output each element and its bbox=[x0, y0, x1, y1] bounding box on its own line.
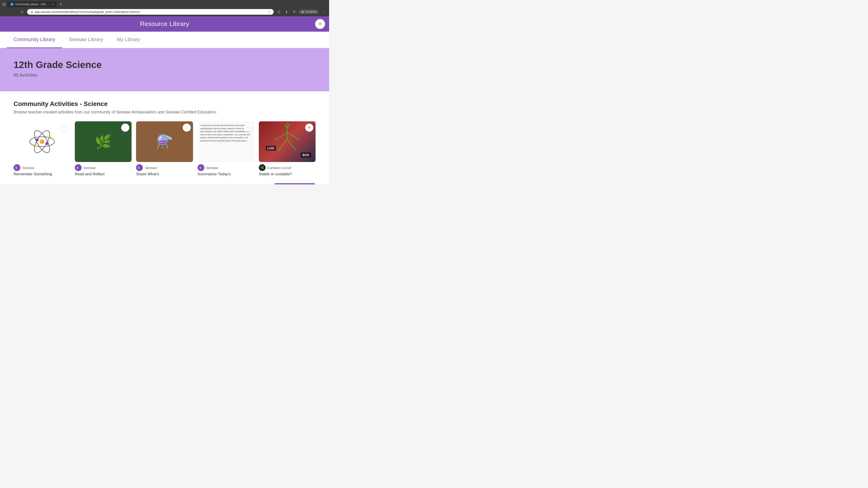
card-author-3: S Seesaw bbox=[197, 164, 254, 171]
view-collection-button[interactable]: View Collection bbox=[274, 183, 315, 184]
library-tabs: Community Library Seesaw Library My Libr… bbox=[0, 32, 329, 48]
lock-icon: 🔒 bbox=[30, 10, 33, 13]
main-content: Community Activities - Science Browse te… bbox=[0, 91, 329, 184]
card-share-whats[interactable]: ⚗️ ♡ S Seesaw Share What's bbox=[136, 121, 193, 176]
tab-my-library[interactable]: My Library bbox=[110, 32, 147, 48]
section-title: Community Activities - Science bbox=[13, 100, 315, 107]
candace-avatar-icon: 🌿 bbox=[260, 166, 264, 169]
close-button[interactable]: × bbox=[315, 19, 325, 29]
resource-library-title: Resource Library bbox=[4, 20, 325, 28]
seesaw-logo-3: S bbox=[199, 165, 203, 170]
author-name-4: Candace Lorcel bbox=[268, 166, 291, 170]
extensions-button[interactable]: ⊡ bbox=[276, 8, 282, 15]
author-name-3: Seesaw bbox=[206, 166, 218, 170]
tab-bar: ▾ S Community Library - 12th Grad... × + bbox=[0, 0, 329, 7]
like-button-0[interactable]: ♡ bbox=[60, 124, 68, 132]
incognito-badge: 🕵 Incognito bbox=[299, 9, 319, 14]
nav-bar: ← → ↻ 🔒 app.seesaw.me/#/activities/libra… bbox=[0, 7, 329, 16]
author-name-1: Seesaw bbox=[84, 166, 95, 170]
beaker-emoji: ⚗️ bbox=[156, 134, 173, 150]
browser-chrome: ▾ S Community Library - 12th Grad... × +… bbox=[0, 0, 329, 16]
log-label: LOG bbox=[266, 146, 276, 151]
card-summarize-todays[interactable]: In classroom and how diet determines thi… bbox=[197, 121, 254, 176]
seesaw-avatar-3: S bbox=[197, 164, 204, 171]
like-button-3[interactable]: ♡ bbox=[244, 124, 252, 132]
card-thumbnail-person: LOG BOS ♥ bbox=[259, 121, 315, 162]
svg-text:S: S bbox=[138, 166, 140, 169]
svg-line-14 bbox=[287, 139, 296, 151]
seesaw-logo-1: S bbox=[76, 165, 81, 170]
tab-favicon: S bbox=[10, 3, 13, 6]
section-description: Browse teacher-created activities from o… bbox=[13, 110, 315, 115]
seesaw-avatar-0: S bbox=[13, 164, 20, 171]
new-tab-button[interactable]: + bbox=[58, 2, 64, 7]
card-thumbnail-text: In classroom and how diet determines thi… bbox=[197, 121, 254, 162]
page-wrapper: Resource Library × Community Library See… bbox=[0, 16, 329, 184]
author-name-0: Seesaw bbox=[22, 166, 34, 170]
card-author-4: 🌿 Candace Lorcel bbox=[259, 164, 315, 171]
forward-button[interactable]: → bbox=[11, 8, 17, 15]
svg-point-6 bbox=[49, 136, 51, 139]
card-author-0: S Seesaw bbox=[13, 164, 70, 171]
svg-point-4 bbox=[35, 138, 39, 141]
bookmark-icon[interactable]: ☆ bbox=[268, 10, 271, 13]
card-thumbnail-atom: ♡ bbox=[13, 121, 70, 162]
bottom-row: Added to Topics View Collection bbox=[13, 183, 315, 184]
card-remember-something[interactable]: ♡ S Seesaw Remember Something bbox=[13, 121, 70, 176]
seesaw-logo-2: S bbox=[137, 165, 142, 170]
incognito-label: Incognito bbox=[305, 10, 316, 13]
plant-emoji: 🌿 bbox=[95, 134, 112, 150]
tab-title: Community Library - 12th Grad... bbox=[16, 3, 50, 6]
like-button-1[interactable]: ♡ bbox=[121, 124, 129, 132]
like-button-4[interactable]: ♥ bbox=[305, 124, 313, 132]
tab-community-library[interactable]: Community Library bbox=[7, 32, 62, 48]
download-button[interactable]: ⬇ bbox=[283, 8, 289, 15]
back-button[interactable]: ← bbox=[3, 8, 9, 15]
svg-point-3 bbox=[40, 139, 44, 144]
more-button[interactable]: ⋮ bbox=[320, 8, 327, 15]
incognito-icon: 🕵 bbox=[301, 10, 304, 13]
atom-icon bbox=[29, 128, 56, 155]
card-stable-unstable[interactable]: LOG BOS ♥ 🌿 Candace Lorcel Stable or uns… bbox=[259, 121, 315, 176]
seesaw-avatar-2: S bbox=[136, 164, 143, 171]
svg-text:S: S bbox=[76, 166, 79, 169]
candace-avatar: 🌿 bbox=[259, 164, 266, 171]
svg-text:S: S bbox=[16, 166, 17, 169]
svg-line-13 bbox=[278, 139, 287, 151]
activity-cards-row: ♡ S Seesaw Remember Something 🌿 ♡ bbox=[13, 121, 315, 176]
card-thumbnail-beaker: ⚗️ ♡ bbox=[136, 121, 193, 162]
card-author-2: S Seesaw bbox=[136, 164, 193, 171]
card-title-3: Summarize Today's bbox=[197, 172, 254, 176]
hero-grade-title: 12th Grade Science bbox=[13, 59, 315, 70]
active-tab[interactable]: S Community Library - 12th Grad... × bbox=[7, 1, 57, 7]
app-header: Resource Library × bbox=[0, 16, 329, 32]
svg-text:S: S bbox=[199, 166, 201, 169]
address-bar[interactable]: 🔒 app.seesaw.me/#/activities/library?com… bbox=[27, 9, 274, 15]
tab-seesaw-library[interactable]: Seesaw Library bbox=[62, 32, 110, 48]
reload-button[interactable]: ↻ bbox=[19, 8, 25, 15]
nav-actions: ⊡ ⬇ ⧉ 🕵 Incognito ⋮ bbox=[276, 8, 327, 15]
bos-label: BOS bbox=[301, 153, 311, 158]
card-author-1: S Seesaw bbox=[75, 164, 131, 171]
like-button-2[interactable]: ♡ bbox=[183, 124, 191, 132]
split-button[interactable]: ⧉ bbox=[291, 8, 297, 15]
card-title-4: Stable or unstable? bbox=[259, 172, 315, 176]
card-thumbnail-plant: 🌿 ♡ bbox=[75, 121, 131, 162]
seesaw-logo-0: S bbox=[15, 165, 19, 170]
tab-close-btn[interactable]: × bbox=[52, 3, 54, 6]
hero-activities-count: 85 Activities bbox=[13, 72, 315, 78]
author-name-2: Seesaw bbox=[145, 166, 157, 170]
card-read-and-reflect[interactable]: 🌿 ♡ S Seesaw Read and Reflect bbox=[75, 121, 131, 176]
svg-line-15 bbox=[276, 133, 287, 139]
card-title-2: Share What's bbox=[136, 172, 193, 176]
card-title-1: Read and Reflect bbox=[75, 172, 131, 176]
seesaw-avatar-1: S bbox=[75, 164, 82, 171]
tab-selector[interactable]: ▾ bbox=[2, 2, 6, 6]
svg-point-7 bbox=[33, 144, 35, 147]
url-text: app.seesaw.me/#/activities/library?commu… bbox=[35, 10, 267, 13]
card-title-0: Remember Something bbox=[13, 172, 70, 176]
hero-banner: 12th Grade Science 85 Activities bbox=[0, 48, 329, 91]
svg-point-5 bbox=[45, 142, 49, 145]
svg-line-16 bbox=[287, 133, 298, 139]
